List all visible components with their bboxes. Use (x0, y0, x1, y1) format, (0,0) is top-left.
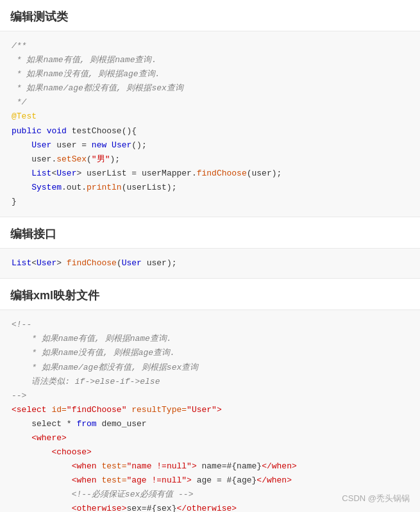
section-title-xml: 编辑xml映射文件 (0, 279, 420, 310)
section-xml-mapper: 编辑xml映射文件 <!-- * 如果name有值, 则根据name查询. * … (0, 279, 420, 512)
code-block-interface: List<User> findChoose(User user); (0, 249, 420, 279)
section-title-test: 编辑测试类 (0, 0, 420, 31)
section-title-interface: 编辑接口 (0, 217, 420, 249)
section-interface: 编辑接口 List<User> findChoose(User user); (0, 217, 420, 279)
watermark: CSDN @秃头锅锅 (342, 493, 410, 504)
section-test-class: 编辑测试类 /** * 如果name有值, 则根据name查询. * 如果nam… (0, 0, 420, 217)
code-block-xml: <!-- * 如果name有值, 则根据name查询. * 如果name没有值,… (0, 310, 420, 512)
code-block-test: /** * 如果name有值, 则根据name查询. * 如果name没有值, … (0, 31, 420, 217)
